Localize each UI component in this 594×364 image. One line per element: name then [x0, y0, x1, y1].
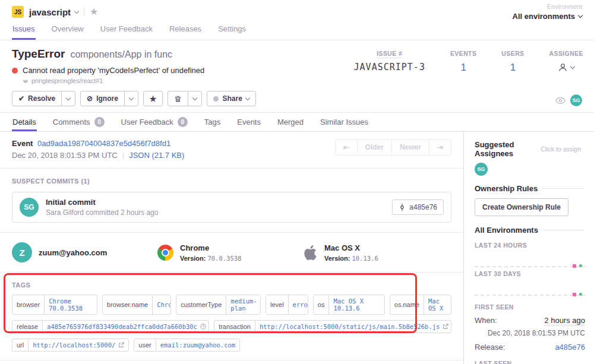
tag-user[interactable]: useremail:zuum@yahoo.com	[134, 338, 240, 352]
tab-events[interactable]: Events	[236, 113, 261, 131]
tags-section: TAGS browserChrome 70.0.3538 browser.nam…	[0, 273, 463, 360]
divider: |	[122, 151, 124, 160]
mute-icon: ⊘	[87, 95, 93, 102]
trash-icon	[174, 95, 182, 103]
os-name: Mac OS X	[324, 243, 378, 252]
ignore-button[interactable]: ⊘ Ignore	[80, 91, 125, 106]
top-bar: JS javascript ★ Environment All environm…	[0, 0, 594, 40]
browser-name: Chrome	[180, 243, 241, 252]
gitlab-icon	[23, 78, 29, 84]
older-event-button[interactable]: Older	[357, 139, 392, 156]
suspect-commits-heading: SUSPECT COMMITS (1)	[12, 178, 90, 185]
newest-event-button[interactable]: ⇥	[429, 139, 451, 156]
tab-merged[interactable]: Merged	[277, 113, 304, 131]
apple-icon	[303, 245, 318, 261]
issue-actions: ✔ Resolve ⊘ Ignore ★ S	[12, 91, 582, 106]
tag-browser-name[interactable]: browser.nameChrome	[102, 295, 171, 315]
chevron-down-icon	[129, 95, 134, 100]
nav-releases[interactable]: Releases	[169, 22, 202, 40]
divider	[542, 230, 585, 230]
delete-dropdown-button[interactable]	[188, 91, 202, 106]
event-label: Event	[12, 139, 33, 148]
issue-annotation-link[interactable]: pringlesprongles/react#1	[31, 77, 103, 84]
first-seen-when-label: When:	[475, 316, 497, 325]
project-platform-icon: JS	[12, 6, 24, 18]
sparkline-event-marker	[573, 264, 576, 268]
bookmark-star-icon[interactable]: ★	[90, 7, 98, 17]
last-seen-heading: LAST SEEN	[475, 360, 585, 364]
issue-stats: ISSUE # JAVASCRIPT-3 EVENTS 1 USERS 1 AS…	[329, 49, 583, 74]
event-json-link[interactable]: JSON (21.7 KB)	[129, 151, 184, 160]
nav-issues[interactable]: Issues	[12, 22, 36, 40]
user-avatar: Z	[12, 242, 32, 262]
ignore-dropdown-button[interactable]	[124, 91, 138, 106]
check-icon: ✔	[18, 95, 24, 102]
assignees-hint: Click to assign	[541, 145, 581, 153]
event-pagination: ⇤ Older Newer ⇥	[335, 139, 452, 156]
browser-version-label: Version:	[180, 255, 206, 262]
commit-byline: Sara Gilford committed 2 hours ago	[46, 208, 158, 217]
tag-level[interactable]: levelerror	[266, 295, 308, 315]
issue-message: Cannot read property 'myCodeIsPerfect' o…	[23, 66, 204, 75]
tab-comments[interactable]: Comments0	[52, 113, 105, 131]
tab-details[interactable]: Details	[12, 113, 37, 131]
seen-by-eye-icon	[555, 97, 565, 105]
clock-icon	[200, 324, 206, 330]
issue-number-value: JAVASCRIPT-3	[354, 62, 425, 72]
environment-selector[interactable]: Environment All environments	[513, 3, 582, 21]
events-count-link[interactable]: 1	[450, 62, 476, 74]
assignee-selector[interactable]	[549, 62, 583, 72]
feedback-count-badge: 0	[178, 117, 188, 127]
first-seen-release-link[interactable]: a485e76	[555, 343, 585, 352]
tab-tags[interactable]: Tags	[204, 113, 221, 131]
error-level-dot	[12, 68, 18, 74]
user-email: zuum@yahoo.com	[39, 248, 107, 257]
tag-url[interactable]: urlhttp://localhost:5000/	[12, 338, 129, 352]
commit-sha-button[interactable]: a485e76	[392, 200, 444, 215]
issue-detail-tabs: Details Comments0 User Feedback0 Tags Ev…	[0, 113, 594, 132]
sparkline-current-marker	[579, 293, 582, 296]
tag-customer-type[interactable]: customerTypemedium-plan	[176, 295, 261, 315]
share-button[interactable]: Share	[207, 91, 255, 106]
project-selector[interactable]: javascript	[29, 7, 78, 17]
tab-user-feedback[interactable]: User Feedback0	[121, 113, 188, 131]
os-version-label: Version:	[324, 255, 350, 262]
context-os: Mac OS X Version: 10.13.6	[303, 242, 448, 262]
last-24-hours-label: LAST 24 HOURS	[475, 242, 585, 249]
resolve-button[interactable]: ✔ Resolve	[12, 91, 62, 106]
event-id-link[interactable]: 0ad9ada198704004837e5d456f7d8fd1	[37, 139, 170, 148]
first-seen-release-label: Release:	[475, 343, 505, 352]
tag-release[interactable]: releasea485e765976df833490deab2ffca0dd7a…	[12, 320, 209, 333]
seen-by-avatar[interactable]: SG	[570, 94, 582, 106]
nav-settings[interactable]: Settings	[217, 22, 247, 40]
tag-browser[interactable]: browserChrome 70.0.3538	[12, 295, 97, 315]
tag-os[interactable]: osMac OS X 10.13.6	[313, 295, 385, 315]
star-button[interactable]: ★	[143, 91, 163, 106]
suggested-assignees-heading: Suggested Assignees	[475, 140, 536, 158]
commit-title: Initial commit	[46, 198, 158, 207]
sparkline-current-marker	[579, 264, 582, 267]
nav-overview[interactable]: Overview	[51, 22, 84, 40]
oldest-event-button[interactable]: ⇤	[335, 139, 358, 156]
tag-os-name[interactable]: os.nameMac OS X	[390, 295, 451, 315]
newer-event-button[interactable]: Newer	[391, 139, 429, 156]
os-version: 10.13.6	[352, 255, 378, 262]
users-label: USERS	[501, 50, 524, 57]
assignee-label: ASSIGNEE	[549, 50, 583, 57]
issue-sidebar: Suggested AssigneesClick to assign SG Ow…	[463, 132, 594, 364]
nav-user-feedback[interactable]: User Feedback	[100, 22, 153, 40]
browser-version: 70.0.3538	[207, 255, 241, 262]
tab-similar-issues[interactable]: Similar Issues	[320, 113, 369, 131]
sparkline-baseline	[475, 266, 585, 267]
last-24-hours-sparkline	[475, 249, 585, 270]
environment-label: Environment	[513, 3, 582, 10]
users-count-link[interactable]: 1	[501, 62, 524, 74]
create-ownership-rule-button[interactable]: Create Ownership Rule	[475, 198, 568, 216]
tag-transaction[interactable]: transactionhttp://localhost:5000/static/…	[214, 320, 451, 333]
delete-button[interactable]	[168, 91, 188, 106]
resolve-dropdown-button[interactable]	[61, 91, 75, 106]
external-link-icon	[118, 342, 124, 348]
commit-author-avatar: SG	[20, 198, 39, 217]
exception-section: EXCEPTION (most recent call first) Origi…	[0, 360, 463, 364]
suggested-assignee-avatar[interactable]: SG	[475, 163, 488, 176]
